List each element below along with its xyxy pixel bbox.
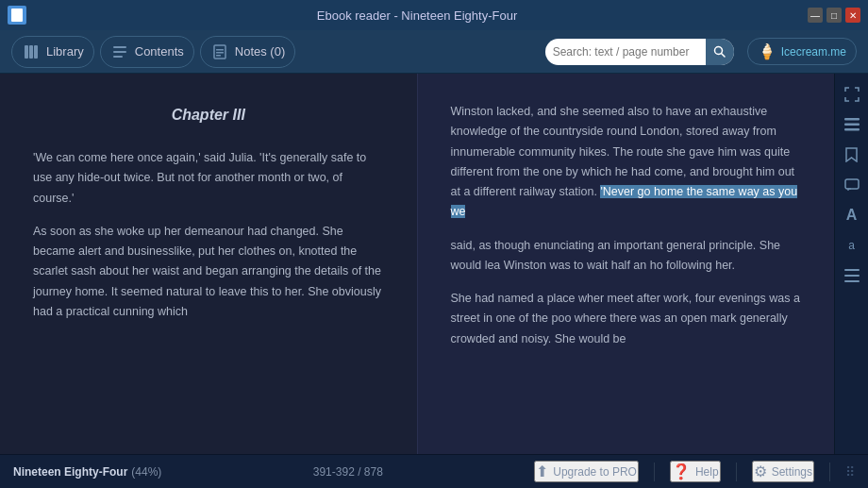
svg-rect-12 bbox=[844, 118, 860, 121]
svg-rect-16 bbox=[844, 269, 860, 271]
close-button[interactable]: ✕ bbox=[845, 8, 860, 23]
status-divider-1 bbox=[654, 463, 655, 481]
notes-label: Notes (0) bbox=[235, 44, 285, 59]
upgrade-label: Upgrade to PRO bbox=[553, 465, 637, 479]
title-bar: Ebook reader - Nineteen Eighty-Four — □ … bbox=[0, 0, 868, 30]
icecream-icon: 🍦 bbox=[758, 42, 776, 60]
contents-label: Contents bbox=[135, 44, 184, 59]
search-input[interactable] bbox=[545, 45, 706, 59]
bookmark-button[interactable] bbox=[839, 142, 865, 168]
svg-rect-3 bbox=[113, 46, 126, 48]
window-title: Ebook reader - Nineteen Eighty-Four bbox=[26, 8, 808, 23]
upgrade-button[interactable]: ⬆ Upgrade to PRO bbox=[534, 461, 639, 482]
svg-rect-18 bbox=[844, 280, 860, 282]
app-icon bbox=[8, 6, 26, 25]
page-right: Winston lacked, and she seemed also to h… bbox=[418, 74, 835, 454]
notes-icon bbox=[210, 42, 229, 61]
book-percent: (44%) bbox=[131, 465, 161, 479]
chapter-title: Chapter III bbox=[33, 102, 384, 127]
svg-rect-14 bbox=[844, 128, 860, 131]
text-size-small-button[interactable]: a bbox=[839, 232, 865, 259]
page-left-text2: As soon as she woke up her demeanour had… bbox=[33, 222, 384, 322]
icecream-label: Icecream.me bbox=[781, 45, 846, 59]
status-divider-2 bbox=[736, 463, 737, 481]
help-button[interactable]: ❓ Help bbox=[670, 461, 721, 482]
page-right-text2: said, as though enunciating an important… bbox=[451, 236, 802, 277]
svg-rect-1 bbox=[29, 45, 33, 59]
library-button[interactable]: Library bbox=[11, 36, 94, 68]
more-options-button[interactable] bbox=[839, 262, 865, 289]
help-icon: ❓ bbox=[672, 463, 691, 480]
comment-button[interactable] bbox=[839, 172, 865, 198]
svg-rect-15 bbox=[845, 179, 859, 189]
search-box bbox=[545, 39, 734, 65]
library-label: Library bbox=[46, 44, 84, 59]
settings-icon: ⚙ bbox=[754, 463, 767, 480]
text-size-large-button[interactable]: A bbox=[839, 202, 865, 228]
svg-rect-13 bbox=[844, 124, 860, 126]
resize-handle: ⠿ bbox=[845, 464, 855, 480]
book-pages: Chapter III 'We can come here once again… bbox=[0, 74, 834, 454]
status-divider-3 bbox=[829, 463, 830, 481]
toolbar: Library Contents Notes (0) bbox=[0, 30, 868, 74]
page-right-text1: Winston lacked, and she seemed also to h… bbox=[451, 102, 802, 223]
minimize-button[interactable]: — bbox=[808, 8, 823, 23]
title-bar-left bbox=[8, 6, 26, 25]
contents-icon bbox=[110, 42, 129, 61]
search-button[interactable] bbox=[706, 39, 734, 65]
contents-button[interactable]: Contents bbox=[100, 36, 194, 68]
svg-rect-4 bbox=[113, 51, 126, 53]
settings-button[interactable]: ⚙ Settings bbox=[752, 461, 814, 482]
svg-rect-8 bbox=[216, 52, 224, 54]
page-right-text3: She had named a place wher meet after wo… bbox=[451, 289, 802, 349]
main-content: Chapter III 'We can come here once again… bbox=[0, 74, 868, 454]
svg-rect-7 bbox=[216, 49, 224, 51]
svg-line-11 bbox=[721, 53, 725, 57]
upgrade-icon: ⬆ bbox=[536, 463, 548, 480]
svg-rect-9 bbox=[216, 55, 221, 57]
page-left-text1: 'We can come here once again,' said Juli… bbox=[33, 148, 384, 209]
page-left: Chapter III 'We can come here once again… bbox=[0, 74, 418, 454]
maximize-button[interactable]: □ bbox=[826, 8, 842, 23]
settings-label: Settings bbox=[772, 465, 812, 479]
side-toolbar: A a bbox=[834, 74, 868, 454]
status-actions: ⬆ Upgrade to PRO ❓ Help ⚙ Settings ⠿ bbox=[534, 461, 855, 482]
svg-rect-5 bbox=[113, 56, 123, 58]
fullscreen-button[interactable] bbox=[839, 81, 865, 108]
list-view-button[interactable] bbox=[839, 111, 865, 138]
page-count: 391-392 / 878 bbox=[313, 465, 383, 479]
svg-rect-2 bbox=[34, 45, 38, 59]
book-title: Nineteen Eighty-Four bbox=[13, 465, 127, 479]
notes-button[interactable]: Notes (0) bbox=[200, 36, 295, 68]
status-bar: Nineteen Eighty-Four (44%) 391-392 / 878… bbox=[0, 454, 868, 488]
library-icon bbox=[22, 42, 41, 61]
svg-rect-17 bbox=[844, 275, 860, 277]
help-label: Help bbox=[695, 465, 719, 479]
svg-rect-0 bbox=[25, 45, 28, 59]
icecream-button[interactable]: 🍦 Icecream.me bbox=[747, 38, 857, 65]
window-controls: — □ ✕ bbox=[808, 8, 860, 23]
